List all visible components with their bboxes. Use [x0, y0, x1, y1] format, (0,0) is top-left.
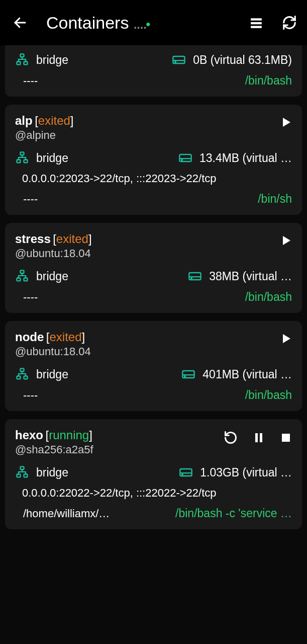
svg-rect-26: [21, 368, 24, 371]
container-command: /bin/sh: [258, 192, 292, 206]
svg-rect-20: [17, 278, 21, 281]
refresh-button[interactable]: [282, 15, 297, 30]
svg-rect-14: [24, 160, 28, 163]
svg-rect-33: [260, 433, 262, 442]
network-icon: [15, 53, 29, 67]
svg-rect-32: [255, 433, 258, 442]
svg-rect-1: [251, 18, 262, 20]
svg-point-17: [181, 159, 182, 160]
network-icon: [15, 367, 29, 381]
menu-button[interactable]: [249, 16, 264, 29]
svg-rect-7: [24, 62, 28, 65]
container-card[interactable]: stress [exited] @ubuntu:18.04 bridge: [5, 223, 302, 313]
container-card[interactable]: @ubuntu:18.04 bridge 0B (virtual 63.1MB): [5, 45, 302, 97]
svg-rect-37: [24, 474, 28, 477]
restart-button[interactable]: [224, 431, 238, 445]
pause-icon: [253, 432, 265, 444]
container-network: bridge: [36, 270, 68, 283]
container-volume: ----: [23, 74, 245, 88]
container-name: alp: [15, 114, 33, 127]
container-size: 38MB (virtual …: [209, 270, 292, 283]
container-command: /bin/bash -c 'service …: [175, 507, 292, 520]
container-size: 13.4MB (virtual …: [199, 151, 292, 165]
play-button[interactable]: [280, 333, 292, 345]
stop-icon: [280, 432, 292, 444]
svg-rect-3: [251, 26, 262, 28]
status-dots: ....•: [133, 13, 149, 33]
svg-point-31: [184, 376, 185, 377]
container-image: @sha256:a2a5f: [15, 443, 224, 456]
play-icon: [280, 116, 292, 128]
container-size: 401MB (virtual …: [202, 368, 292, 381]
container-ports: 0.0.0.0:22023->22/tcp, :::22023->22/tcp: [22, 172, 292, 185]
svg-point-10: [175, 61, 176, 62]
network-icon: [15, 269, 29, 283]
container-status: exited: [49, 330, 81, 344]
svg-rect-34: [282, 434, 290, 442]
disk-icon: [181, 367, 195, 381]
svg-rect-21: [24, 278, 28, 281]
container-volume: ----: [23, 291, 245, 304]
play-button[interactable]: [280, 234, 292, 247]
container-card[interactable]: hexo [running] @sha256:a2a5f: [5, 419, 302, 529]
container-size: 0B (virtual 63.1MB): [193, 53, 292, 67]
svg-marker-25: [283, 334, 290, 343]
container-network: bridge: [36, 151, 68, 165]
hamburger-icon: [249, 16, 264, 29]
disk-icon: [179, 465, 193, 479]
svg-marker-18: [283, 236, 290, 245]
svg-rect-36: [17, 474, 21, 477]
container-card[interactable]: node [exited] @ubuntu:18.04 bridge: [5, 321, 302, 411]
container-volume: ----: [23, 193, 258, 206]
container-image: @ubuntu:18.04: [15, 345, 280, 358]
container-name: node: [15, 330, 44, 344]
page-title: Containers: [46, 13, 129, 33]
svg-marker-11: [283, 118, 290, 127]
container-ports: 0.0.0.0:22022->22/tcp, :::22022->22/tcp: [22, 487, 292, 500]
container-name: hexo: [15, 428, 43, 442]
container-image: @ubuntu:18.04: [15, 247, 280, 260]
container-network: bridge: [36, 368, 68, 381]
svg-rect-6: [17, 62, 21, 65]
play-button[interactable]: [280, 116, 292, 128]
svg-rect-35: [21, 466, 24, 469]
container-volume: /home/williamx/…: [23, 507, 175, 520]
network-icon: [15, 151, 29, 165]
container-network: bridge: [36, 466, 68, 479]
play-icon: [280, 333, 292, 345]
svg-rect-28: [24, 376, 28, 379]
disk-icon: [172, 53, 186, 67]
restart-icon: [224, 431, 238, 445]
container-name: stress: [15, 232, 51, 246]
svg-point-40: [182, 474, 183, 475]
svg-rect-13: [17, 160, 21, 163]
svg-rect-5: [21, 54, 24, 57]
network-icon: [15, 465, 29, 479]
pause-button[interactable]: [253, 432, 265, 444]
container-size: 1.03GB (virtual …: [200, 466, 292, 479]
back-button[interactable]: [10, 13, 30, 33]
svg-rect-12: [21, 152, 24, 155]
container-status: exited: [56, 232, 88, 246]
play-icon: [280, 234, 292, 247]
container-card[interactable]: alp [exited] @alpine bridge: [5, 105, 302, 215]
container-image: @alpine: [15, 129, 280, 142]
container-network: bridge: [36, 53, 68, 67]
svg-point-24: [191, 278, 192, 279]
disk-icon: [178, 151, 192, 165]
refresh-icon: [282, 15, 297, 30]
svg-rect-2: [251, 22, 262, 24]
svg-rect-19: [21, 270, 24, 273]
container-command: /bin/bash: [245, 388, 292, 402]
container-command: /bin/bash: [245, 74, 292, 88]
arrow-left-icon: [13, 15, 28, 30]
stop-button[interactable]: [280, 432, 292, 444]
disk-icon: [188, 269, 202, 283]
container-status: exited: [38, 114, 70, 127]
container-volume: ----: [23, 389, 245, 402]
container-command: /bin/bash: [245, 290, 292, 304]
svg-rect-27: [17, 376, 21, 379]
container-status: running: [49, 428, 89, 442]
